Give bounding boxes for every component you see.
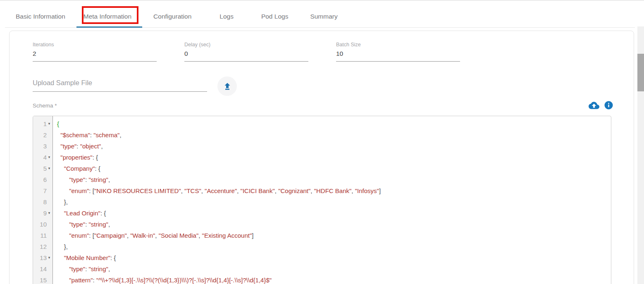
code-token: : bbox=[93, 277, 96, 284]
code-token: "Lead Origin" bbox=[64, 210, 100, 217]
field-input-batch-size[interactable] bbox=[336, 49, 460, 62]
line-number: 5 bbox=[43, 163, 47, 174]
tab-basic-information[interactable]: Basic Information bbox=[16, 12, 65, 21]
code-token: , bbox=[155, 232, 158, 239]
line-gutter: 2 bbox=[33, 129, 53, 141]
meta-information-panel: IterationsDelay (sec)Batch Size Schema * bbox=[9, 31, 634, 284]
fold-toggle-icon[interactable]: ▾ bbox=[47, 163, 52, 174]
field-input-delay-sec[interactable] bbox=[184, 49, 308, 62]
code-token bbox=[57, 187, 69, 194]
code-token: "Cognizant" bbox=[278, 187, 310, 194]
code-token: , bbox=[127, 232, 130, 239]
code-token: "TCS" bbox=[184, 187, 201, 194]
fields-row: IterationsDelay (sec)Batch Size bbox=[33, 42, 460, 62]
code-token: "Company" bbox=[64, 165, 95, 172]
code-token bbox=[57, 210, 64, 217]
code-line: 12 }, bbox=[33, 241, 611, 252]
code-token bbox=[57, 176, 69, 183]
line-number: 15 bbox=[40, 274, 47, 284]
line-gutter: 6 bbox=[33, 174, 53, 185]
tab-label: Basic Information bbox=[16, 13, 65, 20]
schema-editor[interactable]: 1▾{2 "$schema": "schema",3 "type": "obje… bbox=[33, 116, 611, 284]
fold-toggle-icon[interactable]: ▾ bbox=[47, 208, 52, 219]
schema-upload-button[interactable] bbox=[589, 100, 599, 110]
fold-toggle-icon[interactable]: ▾ bbox=[47, 252, 52, 263]
code-line: 2 "$schema": "schema", bbox=[33, 129, 611, 141]
line-number: 8 bbox=[43, 196, 47, 208]
code-token: "string" bbox=[89, 176, 108, 183]
code-token: "pattern" bbox=[69, 277, 93, 284]
tab-logs[interactable]: Logs bbox=[219, 12, 234, 21]
code-text: "Company": { bbox=[53, 163, 100, 174]
schema-actions bbox=[589, 100, 614, 110]
active-tab-underline bbox=[76, 26, 142, 28]
line-gutter: 1▾ bbox=[33, 118, 53, 129]
field-batch-size: Batch Size bbox=[336, 42, 460, 62]
tab-summary[interactable]: Summary bbox=[310, 12, 337, 21]
page-scrollbar-thumb[interactable] bbox=[637, 54, 644, 91]
line-number: 7 bbox=[43, 185, 47, 196]
tab-label: Meta Information bbox=[83, 13, 131, 20]
code-text: "enum": ["Campaign", "Walk-in", "Social … bbox=[53, 230, 253, 241]
code-token: , bbox=[275, 187, 278, 194]
editor-body: 1▾{2 "$schema": "schema",3 "type": "obje… bbox=[33, 116, 611, 284]
code-token: "properties" bbox=[60, 154, 92, 161]
tab-pod-logs[interactable]: Pod Logs bbox=[261, 12, 289, 21]
code-line: 8 }, bbox=[33, 196, 611, 208]
tab-configuration[interactable]: Configuration bbox=[153, 12, 191, 21]
line-gutter: 4▾ bbox=[33, 152, 53, 163]
upload-icon bbox=[222, 81, 232, 91]
code-token: : bbox=[90, 131, 93, 138]
tab-meta-information[interactable]: Meta Information bbox=[83, 12, 131, 21]
code-text: "type": "string", bbox=[53, 219, 110, 230]
line-gutter: 10 bbox=[33, 219, 53, 230]
line-number: 1 bbox=[43, 118, 47, 129]
code-token: "ICICI Bank" bbox=[241, 187, 275, 194]
code-text: "type": "object", bbox=[53, 141, 103, 152]
code-text: "pattern": "^\\+?\\d{1,3}[-.\\s]?\\(?(\\… bbox=[53, 274, 272, 284]
code-token: : { bbox=[110, 254, 116, 261]
code-token: "type" bbox=[69, 265, 85, 272]
code-token: "enum" bbox=[69, 187, 89, 194]
code-line: 13▾ "Mobile Number": { bbox=[33, 252, 611, 263]
code-line: 4▾ "properties": { bbox=[33, 152, 611, 163]
field-label: Iterations bbox=[33, 42, 157, 48]
code-token bbox=[57, 221, 69, 228]
page-scrollbar[interactable] bbox=[637, 26, 644, 284]
line-number: 11 bbox=[40, 230, 47, 241]
fold-toggle-icon[interactable]: ▾ bbox=[47, 152, 52, 163]
code-token: : [ bbox=[89, 187, 94, 194]
code-token: "type" bbox=[69, 221, 85, 228]
code-token: "Infosys" bbox=[355, 187, 379, 194]
tab-bar: Basic InformationMeta InformationConfigu… bbox=[5, 1, 635, 28]
line-gutter: 12 bbox=[33, 241, 53, 252]
tab-label: Logs bbox=[219, 13, 234, 20]
code-token: "string" bbox=[89, 265, 108, 272]
code-token: ] bbox=[379, 187, 381, 194]
code-line: 14 "type": "string", bbox=[33, 263, 611, 274]
line-gutter: 13▾ bbox=[33, 252, 53, 263]
code-text: "enum": ["NIKO RESOURCES LIMITED", "TCS"… bbox=[53, 185, 381, 196]
code-token: : { bbox=[100, 210, 106, 217]
schema-info-button[interactable] bbox=[603, 100, 614, 110]
code-text: { bbox=[53, 118, 59, 129]
code-token: , bbox=[237, 187, 240, 194]
fold-toggle-icon[interactable]: ▾ bbox=[47, 118, 52, 129]
upload-file-button[interactable] bbox=[217, 76, 237, 96]
code-line: 5▾ "Company": { bbox=[33, 163, 611, 174]
meta-information-page: Basic InformationMeta InformationConfigu… bbox=[0, 0, 644, 284]
code-line: 11 "enum": ["Campaign", "Walk-in", "Soci… bbox=[33, 230, 611, 241]
code-token: "HDFC Bank" bbox=[314, 187, 352, 194]
code-token: : bbox=[85, 176, 88, 183]
code-line: 15 "pattern": "^\\+?\\d{1,3}[-.\\s]?\\(?… bbox=[33, 274, 611, 284]
line-number: 6 bbox=[43, 174, 47, 185]
code-token bbox=[57, 277, 69, 284]
code-line: 6 "type": "string", bbox=[33, 174, 611, 185]
upload-sample-file-input[interactable] bbox=[33, 77, 207, 92]
field-input-iterations[interactable] bbox=[33, 49, 157, 62]
code-text: "$schema": "schema", bbox=[53, 129, 122, 141]
line-gutter: 9▾ bbox=[33, 208, 53, 219]
line-gutter: 15 bbox=[33, 274, 53, 284]
code-token: "Campaign" bbox=[94, 232, 127, 239]
code-text: "Mobile Number": { bbox=[53, 252, 116, 263]
